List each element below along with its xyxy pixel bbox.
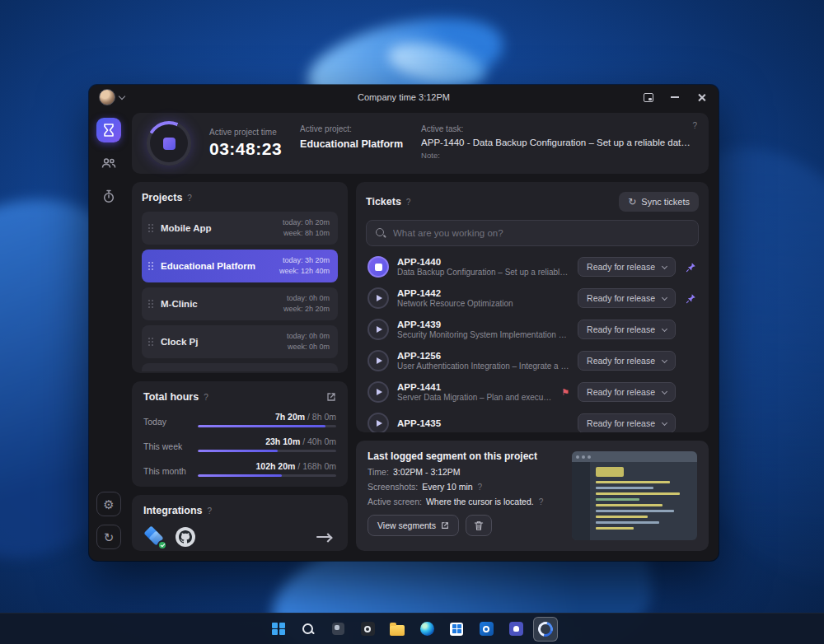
active-time-block: Active project time 03:48:23: [209, 128, 282, 159]
titlebar[interactable]: Company time 3:12PM: [89, 85, 719, 110]
popout-button[interactable]: [641, 90, 656, 105]
last-segment-card: Last logged segment on this project Time…: [356, 441, 709, 551]
file-explorer-button[interactable]: [385, 617, 410, 642]
stop-ticket-timer-button[interactable]: [368, 256, 389, 278]
ticket-row[interactable]: APP-1439 Security Monitoring System Impl…: [366, 315, 699, 343]
drag-handle-icon[interactable]: [148, 224, 153, 232]
progress-bar: [198, 474, 336, 477]
ticket-status-dropdown[interactable]: Ready for release: [578, 351, 676, 371]
ticket-row-active[interactable]: APP-1440 Data Backup Configuration – Set…: [366, 253, 699, 281]
ticket-id: APP-1435: [397, 418, 569, 428]
nav-team[interactable]: [96, 151, 121, 175]
start-ticket-timer-button[interactable]: [368, 413, 389, 432]
stop-timer-button[interactable]: [147, 121, 191, 166]
camera-app-icon: [361, 622, 375, 636]
start-ticket-timer-button[interactable]: [368, 381, 389, 403]
drag-handle-icon[interactable]: [148, 300, 153, 308]
taskbar-app-blue[interactable]: [474, 617, 499, 642]
taskbar-app-purple[interactable]: [503, 617, 528, 642]
ticket-row[interactable]: APP-1256 User Authentication Integration…: [366, 347, 699, 375]
active-task-text: APP-1440 - Data Backup Configuration – S…: [421, 138, 694, 147]
hours-target: / 8h 0m: [305, 412, 336, 422]
start-ticket-timer-button[interactable]: [368, 319, 389, 340]
start-button[interactable]: [266, 617, 291, 642]
open-integrations-arrow[interactable]: [316, 536, 331, 538]
delete-segment-button[interactable]: [466, 515, 492, 536]
refresh-icon: ↻: [104, 531, 115, 544]
hours-value: 23h 10m: [265, 436, 300, 446]
ticket-list[interactable]: APP-1440 Data Backup Configuration – Set…: [366, 253, 699, 432]
projects-help-icon[interactable]: ?: [187, 194, 192, 203]
ticket-search[interactable]: [366, 220, 699, 246]
pin-icon[interactable]: [686, 262, 696, 273]
ticket-status-dropdown[interactable]: Ready for release: [578, 257, 676, 277]
ticket-status-label: Ready for release: [587, 418, 655, 428]
total-hours-help-icon[interactable]: ?: [204, 393, 208, 402]
sync-tickets-button[interactable]: ↻ Sync tickets: [619, 192, 699, 212]
chevron-down-icon: [662, 388, 667, 394]
project-row-selected[interactable]: Educational Platform today: 3h 20m week:…: [142, 250, 338, 282]
ticket-status-dropdown[interactable]: Ready for release: [578, 382, 676, 402]
settings-button[interactable]: ⚙: [96, 492, 121, 516]
drag-handle-icon[interactable]: [148, 338, 153, 346]
account-menu[interactable]: [99, 89, 124, 105]
ticket-status-label: Ready for release: [587, 262, 655, 272]
time-tracker-app-button[interactable]: [533, 617, 558, 642]
drag-handle-icon[interactable]: [148, 262, 153, 270]
search-input[interactable]: [393, 228, 690, 238]
taskbar-search-button[interactable]: [296, 617, 321, 642]
app-window: Company time 3:12PM: [89, 85, 719, 561]
popout-icon: [644, 93, 653, 102]
active-project-label: Active project:: [300, 124, 403, 133]
chevron-down-icon: [662, 263, 667, 268]
screenshots-help-icon[interactable]: ?: [478, 483, 483, 492]
refresh-button[interactable]: ↻: [96, 525, 121, 549]
view-segments-button[interactable]: View segments: [368, 515, 459, 536]
integrations-help-icon[interactable]: ?: [208, 506, 213, 516]
project-row[interactable]: Testing team today: 0h 0m: [142, 363, 338, 371]
task-view-button[interactable]: [325, 617, 350, 642]
start-ticket-timer-button[interactable]: [368, 287, 389, 309]
tickets-help-icon[interactable]: ?: [406, 198, 411, 207]
chevron-down-icon: [662, 325, 667, 331]
store-button[interactable]: [444, 617, 469, 642]
project-row[interactable]: Mobile App today: 0h 20m week: 8h 10m: [142, 212, 338, 245]
close-button[interactable]: [694, 90, 709, 105]
open-report-button[interactable]: [326, 392, 336, 402]
banner-help-icon[interactable]: ?: [692, 121, 697, 130]
tickets-title: Tickets: [366, 196, 401, 208]
ticket-id: APP-1439: [397, 320, 569, 329]
ticket-description: Data Backup Configuration – Set up a rel…: [397, 268, 569, 277]
project-times: today: 0h 0m week: 2h 20m: [283, 293, 330, 315]
play-icon: [377, 420, 382, 427]
jira-integration-icon[interactable]: [143, 526, 165, 548]
github-integration-icon[interactable]: [175, 526, 196, 548]
edge-button[interactable]: [414, 617, 439, 642]
ticket-status-dropdown[interactable]: Ready for release: [578, 288, 676, 308]
ticket-id: APP-1441: [397, 382, 553, 392]
edge-icon: [420, 622, 434, 636]
projects-list[interactable]: Mobile App today: 0h 20m week: 8h 10m Ed…: [142, 212, 338, 371]
ticket-status-dropdown[interactable]: Ready for release: [578, 320, 676, 339]
ticket-row[interactable]: APP-1441 Server Data Migration – Plan an…: [366, 378, 699, 406]
project-times: today: 3h 20m week: 12h 40m: [279, 255, 330, 278]
flag-icon: ⚑: [561, 387, 569, 398]
nav-stopwatch[interactable]: [96, 184, 121, 208]
project-row[interactable]: Clock Pj today: 0h 0m week: 0h 0m: [142, 325, 338, 358]
ticket-row[interactable]: APP-1442 Network Resource Optimization R…: [366, 284, 699, 312]
hours-label: This month: [143, 466, 198, 477]
minimize-button[interactable]: [667, 90, 682, 105]
taskbar-app-dark[interactable]: [355, 617, 380, 642]
project-row[interactable]: M-Clinic today: 0h 0m week: 2h 20m: [142, 287, 338, 320]
pin-icon[interactable]: [686, 293, 696, 304]
segment-screenshot-thumbnail[interactable]: [572, 451, 697, 540]
ticket-status-dropdown[interactable]: Ready for release: [578, 413, 676, 432]
screen-help-icon[interactable]: ?: [539, 497, 544, 506]
ticket-row[interactable]: APP-1435 Ready for release: [366, 409, 699, 432]
projects-title: Projects: [142, 192, 182, 203]
start-ticket-timer-button[interactable]: [368, 350, 389, 371]
nav-timer[interactable]: [96, 118, 121, 142]
window-title: Company time 3:12PM: [89, 92, 719, 102]
segment-screen-value: Where the cursor is located.: [426, 497, 534, 506]
project-name: Educational Platform: [161, 261, 272, 271]
